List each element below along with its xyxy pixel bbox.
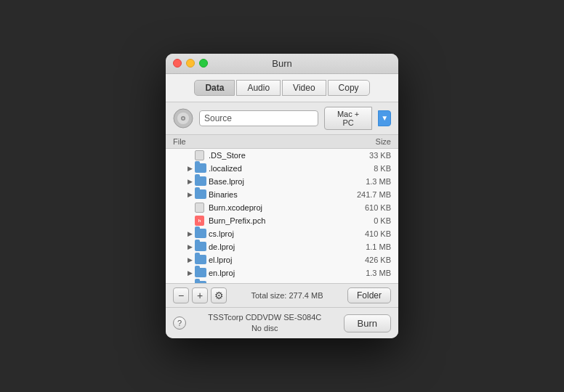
file-icon: [195, 150, 206, 160]
expand-triangle[interactable]: ▶: [188, 282, 195, 283]
file-size: 1.3 MB: [340, 177, 391, 186]
file-name: de.lproj: [209, 242, 340, 251]
file-size: 426 KB: [340, 256, 391, 264]
help-button[interactable]: ?: [173, 317, 186, 330]
titlebar: Burn: [166, 54, 398, 74]
burn-button[interactable]: Burn: [344, 314, 391, 332]
file-size: 1.1 MB: [340, 242, 391, 251]
file-size: 410 KB: [340, 229, 391, 238]
file-size: 1.3 MB: [340, 269, 391, 277]
expand-triangle[interactable]: ▶: [188, 230, 195, 237]
maximize-button[interactable]: [199, 59, 208, 68]
total-size-label: Total size: 277.4 MB: [230, 291, 345, 300]
file-row[interactable]: ▶ es.lproj 418 KB: [166, 279, 398, 283]
file-row[interactable]: .DS_Store 33 KB: [166, 149, 398, 162]
tab-audio[interactable]: Audio: [236, 80, 281, 96]
status-bar: ? TSSTcorp CDDVDW SE-S084C No disc Burn: [166, 307, 398, 339]
file-row[interactable]: Burn.xcodeproj 610 KB: [166, 201, 398, 214]
file-name: Base.lproj: [209, 177, 340, 186]
tab-copy[interactable]: Copy: [328, 80, 370, 96]
format-dropdown-arrow[interactable]: ▼: [378, 110, 391, 126]
source-input[interactable]: [199, 110, 318, 126]
file-row[interactable]: ▶ el.lproj 426 KB: [166, 253, 398, 266]
file-name: .localized: [209, 164, 340, 173]
file-name: es.lproj: [209, 282, 340, 283]
file-name: en.lproj: [209, 269, 340, 277]
tab-video[interactable]: Video: [282, 80, 326, 96]
folder-icon: [195, 229, 206, 239]
close-button[interactable]: [173, 59, 182, 68]
device-info: TSSTcorp CDDVDW SE-S084C No disc: [192, 312, 338, 335]
svg-point-3: [182, 117, 185, 119]
tab-bar: Data Audio Video Copy: [166, 74, 398, 102]
window-title: Burn: [272, 58, 291, 69]
remove-button[interactable]: −: [173, 287, 189, 303]
expand-triangle[interactable]: ▶: [188, 243, 195, 250]
file-name: .DS_Store: [209, 151, 340, 160]
file-size: 241.7 MB: [340, 190, 391, 199]
folder-icon: [195, 163, 206, 173]
file-size: 418 KB: [340, 282, 391, 283]
file-name: Binaries: [209, 190, 340, 199]
file-row[interactable]: ▶ de.lproj 1.1 MB: [166, 240, 398, 253]
folder-icon: [195, 281, 206, 283]
file-name: Burn_Prefix.pch: [209, 216, 340, 225]
folder-icon: [195, 189, 206, 200]
folder-icon: [195, 268, 206, 278]
expand-triangle[interactable]: ▶: [188, 178, 195, 185]
add-button[interactable]: +: [192, 287, 208, 303]
minimize-button[interactable]: [186, 59, 195, 68]
file-list[interactable]: .DS_Store 33 KB ▶ .localized 8 KB ▶ Base…: [166, 149, 398, 283]
size-column-header: Size: [340, 137, 391, 146]
device-name: TSSTcorp CDDVDW SE-S084C: [192, 312, 338, 323]
file-row[interactable]: h Burn_Prefix.pch 0 KB: [166, 214, 398, 227]
folder-icon: [195, 176, 206, 187]
folder-button[interactable]: Folder: [347, 287, 391, 303]
format-button[interactable]: Mac + PC: [324, 107, 372, 130]
file-row[interactable]: ▶ Binaries 241.7 MB: [166, 188, 398, 201]
file-size: 8 KB: [340, 164, 391, 173]
expand-triangle[interactable]: ▶: [188, 269, 195, 277]
file-row[interactable]: ▶ cs.lproj 410 KB: [166, 227, 398, 240]
burn-window: Burn Data Audio Video Copy Mac + PC ▼ Fi…: [166, 54, 398, 339]
file-row[interactable]: ▶ .localized 8 KB: [166, 162, 398, 175]
tab-data[interactable]: Data: [194, 80, 235, 96]
traffic-lights: [173, 59, 208, 68]
device-status: No disc: [192, 323, 338, 334]
folder-icon: [195, 242, 206, 252]
pch-icon: h: [195, 216, 206, 226]
expand-triangle[interactable]: ▶: [188, 256, 195, 264]
disc-icon: [173, 108, 193, 128]
file-row[interactable]: ▶ en.lproj 1.3 MB: [166, 266, 398, 279]
file-name: cs.lproj: [209, 229, 340, 238]
folder-icon: [195, 255, 206, 265]
file-name: Burn.xcodeproj: [209, 203, 340, 212]
file-size: 0 KB: [340, 216, 391, 225]
file-row[interactable]: ▶ Base.lproj 1.3 MB: [166, 175, 398, 188]
gear-button[interactable]: ⚙: [211, 287, 227, 303]
source-bar: Mac + PC ▼: [166, 102, 398, 135]
bottom-toolbar: − + ⚙ Total size: 277.4 MB Folder: [166, 283, 398, 307]
expand-triangle[interactable]: ▶: [188, 191, 195, 198]
file-size: 610 KB: [340, 203, 391, 212]
expand-triangle[interactable]: ▶: [188, 165, 195, 172]
file-list-header: File Size: [166, 135, 398, 149]
file-column-header: File: [173, 137, 340, 146]
file-icon: [195, 203, 206, 213]
file-size: 33 KB: [340, 151, 391, 160]
file-name: el.lproj: [209, 256, 340, 264]
